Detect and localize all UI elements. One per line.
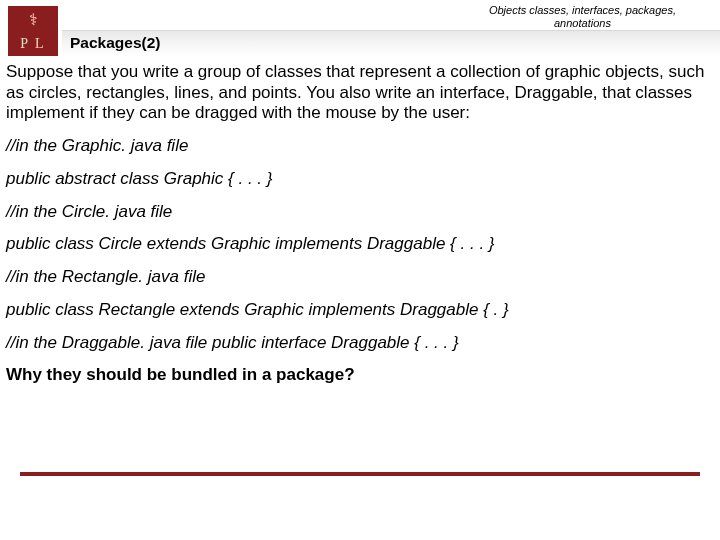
code-circle-decl: public class Circle extends Graphic impl…	[6, 234, 714, 255]
footer-divider	[20, 472, 700, 476]
code-rectangle-decl: public class Rectangle extends Graphic i…	[6, 300, 714, 321]
breadcrumb-line1: Objects classes, interfaces, packages,	[489, 4, 676, 17]
code-comment-rectangle: //in the Rectangle. java file	[6, 267, 714, 288]
title-bar	[62, 30, 720, 56]
code-graphic-decl: public abstract class Graphic { . . . }	[6, 169, 714, 190]
breadcrumb: Objects classes, interfaces, packages, a…	[489, 4, 676, 29]
logo-emblem-icon: ⚕	[8, 10, 58, 29]
breadcrumb-line2: annotations	[489, 17, 676, 30]
question-text: Why they should be bundled in a package?	[6, 365, 714, 386]
code-draggable-decl: //in the Draggable. java file public int…	[6, 333, 714, 354]
logo-letters: P L	[8, 36, 58, 56]
page-title: Packages(2)	[70, 34, 160, 52]
code-comment-graphic: //in the Graphic. java file	[6, 136, 714, 157]
slide-header: ⚕ P L Objects classes, interfaces, packa…	[0, 0, 720, 56]
intro-paragraph: Suppose that you write a group of classe…	[6, 62, 714, 124]
code-comment-circle: //in the Circle. java file	[6, 202, 714, 223]
logo-badge: ⚕ P L	[8, 6, 58, 56]
slide-body: Suppose that you write a group of classe…	[0, 56, 720, 386]
